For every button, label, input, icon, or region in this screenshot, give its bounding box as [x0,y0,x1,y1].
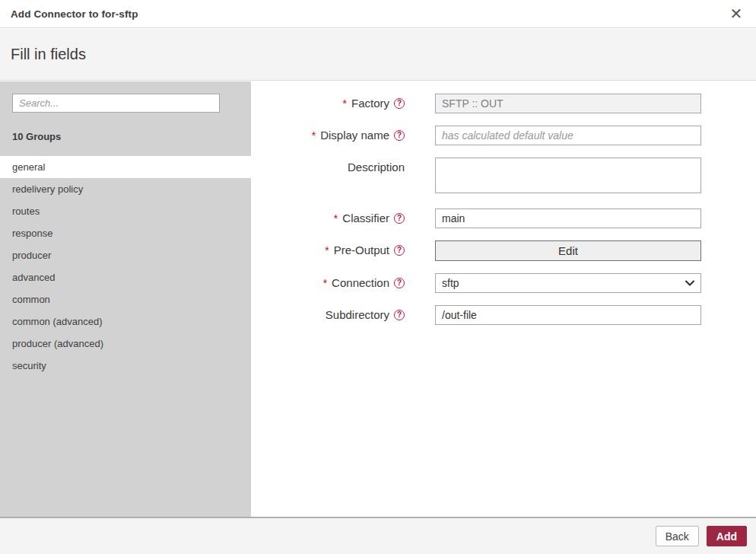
classifier-label-cell: * Classifier ? [251,209,405,228]
description-field[interactable] [435,158,701,193]
factory-label-cell: * Factory ? [251,94,405,113]
field-row-pre-output: * Pre-Output ? Edit [251,240,756,261]
subdirectory-control [435,305,701,325]
connection-select[interactable]: sftp [435,273,701,293]
sidebar-item-producer[interactable]: producer [0,244,251,266]
classifier-control [435,209,701,228]
chevron-down-icon [685,280,694,286]
pre-output-label: Pre-Output [334,244,389,256]
sidebar-item-redelivery-policy[interactable]: redelivery policy [0,178,251,200]
description-control [435,158,701,196]
sidebar-item-security[interactable]: security [0,355,251,377]
connection-label-cell: * Connection ? [251,273,405,293]
help-icon[interactable]: ? [394,98,405,109]
dialog-title: Add Connector to for-sftp [11,8,138,20]
subdirectory-field[interactable] [435,305,701,325]
help-icon[interactable]: ? [394,310,405,320]
factory-control [435,94,701,113]
field-row-classifier: * Classifier ? [251,209,756,228]
field-row-description: Description [251,158,756,196]
required-asterisk: * [312,129,316,142]
field-row-display-name: * Display name ? [251,126,756,145]
pre-output-label-cell: * Pre-Output ? [251,240,405,261]
help-icon[interactable]: ? [394,130,405,141]
factory-label: Factory [351,97,389,110]
search-wrap [0,81,251,113]
classifier-field[interactable] [435,209,701,228]
display-name-label: Display name [320,129,389,142]
required-asterisk: * [343,97,347,110]
page-title: Fill in fields [11,46,86,63]
factory-field [435,94,701,113]
sidebar-item-common[interactable]: common [0,288,251,310]
sidebar-item-response[interactable]: response [0,222,251,244]
sidebar-item-common-advanced[interactable]: common (advanced) [0,310,251,333]
field-row-connection: * Connection ? sftp [251,273,756,293]
sidebar-item-producer-advanced[interactable]: producer (advanced) [0,333,251,355]
help-icon[interactable]: ? [394,278,405,288]
display-name-label-cell: * Display name ? [251,126,405,145]
required-asterisk: * [325,244,329,256]
help-icon[interactable]: ? [394,245,405,256]
sidebar-item-routes[interactable]: routes [0,200,251,222]
connection-selected-value: sftp [442,277,459,289]
add-connector-dialog: Add Connector to for-sftp ✕ Fill in fiel… [0,0,756,554]
back-button[interactable]: Back [656,526,699,546]
dialog-heading-bar: Fill in fields [0,29,756,81]
help-icon[interactable]: ? [394,213,405,224]
subdirectory-label-cell: Subdirectory ? [251,305,405,325]
display-name-field[interactable] [435,126,701,145]
group-list: general redelivery policy routes respons… [0,156,251,377]
search-input[interactable] [12,94,220,113]
subdirectory-label: Subdirectory [326,308,389,321]
description-label-cell: Description [251,158,405,196]
description-label: Description [348,161,405,174]
connection-control: sftp [435,273,701,293]
sidebar-item-advanced[interactable]: advanced [0,266,251,288]
field-row-subdirectory: Subdirectory ? [251,305,756,325]
classifier-label: Classifier [342,212,389,224]
required-asterisk: * [323,276,327,289]
form-panel: * Factory ? * Display name ? Description [251,81,756,517]
pre-output-control: Edit [435,240,701,261]
field-row-factory: * Factory ? [251,94,756,113]
connection-label: Connection [332,276,389,289]
add-button[interactable]: Add [707,526,747,546]
dialog-footer: Back Add [0,517,756,554]
display-name-control [435,126,701,145]
groups-count-label: 10 Groups [0,113,251,156]
sidebar-item-general[interactable]: general [0,156,251,178]
dialog-titlebar: Add Connector to for-sftp ✕ [0,0,756,28]
edit-button[interactable]: Edit [435,240,701,261]
groups-sidebar: 10 Groups general redelivery policy rout… [0,81,251,517]
required-asterisk: * [334,212,338,224]
close-icon[interactable]: ✕ [727,5,745,23]
